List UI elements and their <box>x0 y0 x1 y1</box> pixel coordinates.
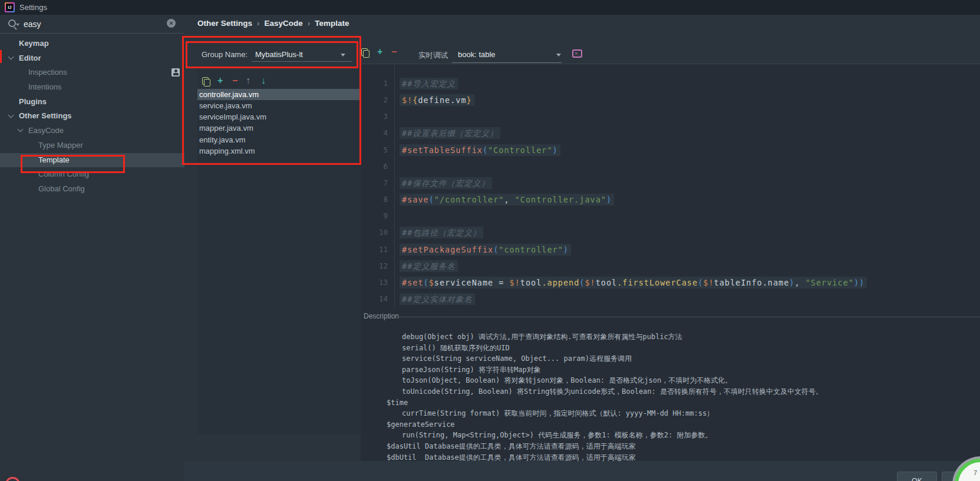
description-line: serial() 随机获取序列化的UID <box>402 343 510 353</box>
template-item-serviceimpl-java-vm[interactable]: serviceImpl.java.vm <box>197 111 361 122</box>
sidebar-item-other-settings[interactable]: Other Settings <box>0 109 184 124</box>
debug-console-icon[interactable] <box>572 49 582 58</box>
sidebar-item-template[interactable]: Template <box>0 153 184 168</box>
description-line: currTime(String format) 获取当前时间，指定时间格式（默认… <box>402 409 714 418</box>
line-number: 5 <box>361 144 388 156</box>
breadcrumb-item-other-settings[interactable]: Other Settings <box>197 19 252 28</box>
code-line-14: ##定义实体对象名 <box>400 293 475 305</box>
description-label: Description <box>364 312 399 320</box>
profile-badge-icon <box>171 68 180 77</box>
sidebar-item-label: Type Mapper <box>0 138 184 153</box>
sidebar-item-global-config[interactable]: Global Config <box>0 182 184 197</box>
gutter-separator <box>394 64 395 308</box>
code-line-11: #setPackageSuffix("controller") <box>400 244 571 256</box>
sidebar-item-editor[interactable]: Editor <box>0 51 184 66</box>
sidebar-item-label: EasyCode <box>0 124 184 138</box>
group-name-dropdown-arrow-icon[interactable] <box>341 54 345 57</box>
sidebar-item-label: Keymap <box>0 37 184 51</box>
template-item-controller-java-vm[interactable]: controller.java.vm <box>197 89 361 100</box>
sidebar-item-inspections[interactable]: Inspections <box>0 65 184 80</box>
clear-search-icon[interactable] <box>167 19 176 28</box>
annotation-sliver <box>0 50 2 63</box>
description-line: $generateService <box>387 420 455 429</box>
sidebar-item-easycode[interactable]: EasyCode <box>0 124 184 138</box>
move-down-icon[interactable] <box>261 76 266 85</box>
description-line: debug(Object obj) 调试方法,用于查询对象结构.可查看对象所有属… <box>402 332 682 341</box>
description-line: run(String, Map<String,Object>) 代码生成服务，参… <box>402 430 712 440</box>
code-line-13: #set($serviceName = $!tool.append($!tool… <box>400 277 867 288</box>
breadcrumb-item-easycode[interactable]: EasyCode <box>265 19 303 28</box>
move-up-icon[interactable] <box>246 76 250 85</box>
code-line-5: #setTableSuffix("Controller") <box>400 144 560 156</box>
settings-tree: KeymapEditorInspectionsIntentionsPlugins… <box>0 37 184 197</box>
breadcrumb: Other Settings›EasyCode›Template <box>197 16 349 31</box>
template-code-editor[interactable]: Description 1##导入宏定义2$!{define.vm}34##设置… <box>361 64 980 462</box>
search-input[interactable] <box>22 17 154 31</box>
debug-table-dropdown-underline <box>452 62 562 63</box>
code-line-10: ##包路径（宏定义） <box>400 227 483 238</box>
description-line: toJson(Object, Boolean) 将对象转json对象，Boole… <box>402 376 732 385</box>
template-item-mapper-java-vm[interactable]: mapper.java.vm <box>197 122 361 134</box>
search-options-caret-icon[interactable] <box>16 24 19 26</box>
line-number: 10 <box>361 227 388 238</box>
breadcrumb-separator: › <box>303 19 315 28</box>
template-list-panel: controller.java.vmservice.java.vmservice… <box>197 69 361 434</box>
sidebar-item-label: Intentions <box>0 80 184 95</box>
code-line-1: ##导入宏定义 <box>400 78 458 89</box>
breadcrumb-item-template[interactable]: Template <box>315 19 349 28</box>
settings-search-bar <box>0 15 184 34</box>
code-line-8: #save("/controller", "Controller.java") <box>400 194 614 205</box>
group-name-dropdown[interactable]: MybatisPlus-lt <box>255 50 303 59</box>
description-line: toUnicode(String, Boolean) 将String转换为uni… <box>402 387 823 396</box>
sidebar-item-label: Inspections <box>0 65 184 80</box>
search-icon <box>8 19 16 27</box>
breadcrumb-separator: › <box>252 19 265 28</box>
line-number: 7 <box>361 177 388 189</box>
sidebar-item-label: Editor <box>0 51 184 66</box>
sidebar-item-type-mapper[interactable]: Type Mapper <box>0 138 184 153</box>
line-number: 3 <box>361 111 388 122</box>
sidebar-item-intentions[interactable]: Intentions <box>0 80 184 95</box>
template-item-entity-java-vm[interactable]: entity.java.vm <box>197 134 361 145</box>
debug-table-dropdown[interactable]: book: table <box>458 50 496 59</box>
sidebar-item-label: Plugins <box>0 95 184 110</box>
sidebar-item-plugins[interactable]: Plugins <box>0 95 184 110</box>
window-title: Settings <box>19 3 47 12</box>
copy-icon[interactable] <box>361 48 368 56</box>
code-line-2: $!{define.vm} <box>400 94 474 106</box>
template-item-service-java-vm[interactable]: service.java.vm <box>197 100 361 111</box>
description-line: $dasUtil Database提供的工具类，具体可方法请查看源码，适用于高端… <box>387 442 636 451</box>
add-template-icon[interactable] <box>217 76 223 85</box>
line-number: 8 <box>361 194 388 205</box>
live-debug-label: 实时调试 <box>418 51 448 61</box>
line-number: 13 <box>361 277 388 288</box>
line-number: 6 <box>361 161 388 173</box>
debug-table-dropdown-arrow-icon[interactable] <box>556 54 561 57</box>
line-number: 14 <box>361 293 388 305</box>
copy-template-icon[interactable] <box>202 77 209 85</box>
line-number: 12 <box>361 260 388 272</box>
code-line-4: ##设置表后缀（宏定义） <box>400 127 500 139</box>
remove-icon[interactable] <box>391 47 397 57</box>
template-item-mapping-xml-vm[interactable]: mapping.xml.vm <box>197 145 361 157</box>
intellij-logo-icon: IJ <box>5 2 15 12</box>
group-name-dropdown-underline <box>252 61 352 62</box>
template-list-toolbar <box>197 69 361 88</box>
description-divider <box>398 317 980 317</box>
sidebar-item-label: Global Config <box>0 182 184 197</box>
remove-template-icon[interactable] <box>232 76 237 85</box>
template-file-list: controller.java.vmservice.java.vmservice… <box>197 89 361 157</box>
sidebar-item-keymap[interactable]: Keymap <box>0 37 184 51</box>
line-number: 2 <box>361 94 388 106</box>
group-name-label: Group Name: <box>202 50 248 59</box>
line-number: 11 <box>361 244 388 256</box>
description-line: service(String serviceName, Object... pa… <box>402 354 632 363</box>
sidebar-item-column-config[interactable]: Column Config <box>0 167 184 182</box>
code-line-7: ##保存文件（宏定义） <box>400 177 492 189</box>
ok-button[interactable]: OK <box>897 472 937 481</box>
code-line-12: ##定义服务名 <box>400 260 458 272</box>
sidebar-item-label: Template <box>0 153 184 168</box>
footer-bar <box>184 461 980 481</box>
sidebar-item-label: Other Settings <box>0 109 184 124</box>
add-icon[interactable] <box>377 47 382 57</box>
